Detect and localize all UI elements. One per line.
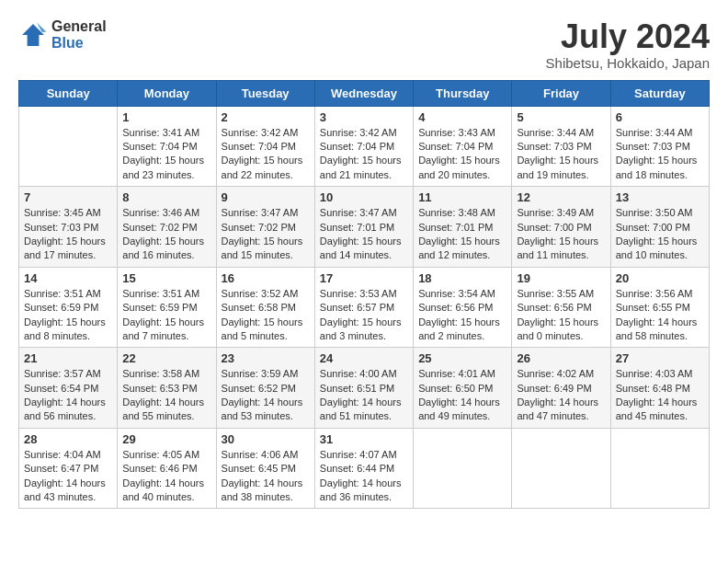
sunset-text: Sunset: 6:45 PM — [222, 462, 310, 476]
cell-content: Sunrise: 3:44 AM Sunset: 7:03 PM Dayligh… — [616, 126, 704, 183]
sunrise-text: Sunrise: 3:47 AM — [320, 206, 408, 220]
daylight-text: Daylight: 14 hours and 36 minutes. — [320, 477, 408, 505]
cell-content: Sunrise: 3:54 AM Sunset: 6:56 PM Dayligh… — [418, 287, 506, 344]
daylight-text: Daylight: 15 hours and 8 minutes. — [24, 316, 112, 344]
cell-content: Sunrise: 3:48 AM Sunset: 7:01 PM Dayligh… — [418, 206, 506, 263]
day-number: 25 — [418, 351, 506, 365]
calendar-cell: 8 Sunrise: 3:46 AM Sunset: 7:02 PM Dayli… — [118, 187, 216, 268]
daylight-text: Daylight: 15 hours and 22 minutes. — [222, 154, 310, 182]
daylight-text: Daylight: 15 hours and 15 minutes. — [222, 235, 310, 263]
cell-content: Sunrise: 3:46 AM Sunset: 7:02 PM Dayligh… — [122, 206, 210, 263]
sunset-text: Sunset: 6:46 PM — [122, 462, 210, 476]
daylight-text: Daylight: 15 hours and 10 minutes. — [616, 235, 704, 263]
sunrise-text: Sunrise: 3:55 AM — [517, 287, 605, 301]
day-number: 13 — [616, 190, 704, 204]
cell-content: Sunrise: 3:53 AM Sunset: 6:57 PM Dayligh… — [320, 287, 408, 344]
calendar-cell — [414, 428, 512, 509]
day-number: 31 — [320, 432, 408, 446]
calendar-cell: 9 Sunrise: 3:47 AM Sunset: 7:02 PM Dayli… — [216, 187, 314, 268]
calendar-cell: 17 Sunrise: 3:53 AM Sunset: 6:57 PM Dayl… — [314, 267, 413, 348]
sunset-text: Sunset: 7:02 PM — [222, 221, 310, 235]
daylight-text: Daylight: 15 hours and 12 minutes. — [418, 235, 506, 263]
daylight-text: Daylight: 15 hours and 5 minutes. — [222, 316, 310, 344]
calendar-cell: 19 Sunrise: 3:55 AM Sunset: 6:56 PM Dayl… — [512, 267, 610, 348]
calendar-cell — [19, 106, 118, 187]
cell-content: Sunrise: 4:00 AM Sunset: 6:51 PM Dayligh… — [320, 367, 408, 424]
day-number: 24 — [320, 351, 408, 365]
day-number: 12 — [517, 190, 605, 204]
day-number: 28 — [24, 432, 112, 446]
daylight-text: Daylight: 15 hours and 3 minutes. — [320, 316, 408, 344]
sunset-text: Sunset: 6:56 PM — [418, 301, 506, 315]
cell-content: Sunrise: 3:42 AM Sunset: 7:04 PM Dayligh… — [222, 126, 310, 183]
calendar-cell: 10 Sunrise: 3:47 AM Sunset: 7:01 PM Dayl… — [314, 187, 413, 268]
day-number: 16 — [222, 271, 310, 285]
sunset-text: Sunset: 7:04 PM — [222, 140, 310, 154]
cell-content: Sunrise: 3:55 AM Sunset: 6:56 PM Dayligh… — [517, 287, 605, 344]
day-number: 9 — [222, 190, 310, 204]
day-number: 23 — [222, 351, 310, 365]
sunrise-text: Sunrise: 3:56 AM — [616, 287, 704, 301]
daylight-text: Daylight: 14 hours and 45 minutes. — [616, 396, 704, 424]
cell-content: Sunrise: 4:06 AM Sunset: 6:45 PM Dayligh… — [222, 448, 310, 505]
day-number: 26 — [517, 351, 605, 365]
sunrise-text: Sunrise: 4:04 AM — [24, 448, 112, 462]
month-year: July 2024 — [546, 18, 710, 55]
sunrise-text: Sunrise: 3:42 AM — [320, 126, 408, 140]
sunrise-text: Sunrise: 3:53 AM — [320, 287, 408, 301]
sunset-text: Sunset: 6:55 PM — [616, 301, 704, 315]
title-block: July 2024 Shibetsu, Hokkaido, Japan — [546, 18, 710, 71]
sunset-text: Sunset: 7:03 PM — [616, 140, 704, 154]
day-number: 18 — [418, 271, 506, 285]
cell-content: Sunrise: 3:41 AM Sunset: 7:04 PM Dayligh… — [122, 126, 210, 183]
cell-content: Sunrise: 3:50 AM Sunset: 7:00 PM Dayligh… — [616, 206, 704, 263]
calendar-cell: 24 Sunrise: 4:00 AM Sunset: 6:51 PM Dayl… — [314, 348, 413, 429]
calendar-week-2: 7 Sunrise: 3:45 AM Sunset: 7:03 PM Dayli… — [19, 187, 710, 268]
logo-icon — [18, 20, 48, 50]
daylight-text: Daylight: 15 hours and 14 minutes. — [320, 235, 408, 263]
sunset-text: Sunset: 6:49 PM — [517, 382, 605, 396]
sunrise-text: Sunrise: 3:52 AM — [222, 287, 310, 301]
weekday-header-saturday: Saturday — [610, 80, 709, 106]
calendar-table: SundayMondayTuesdayWednesdayThursdayFrid… — [18, 80, 710, 510]
day-number: 1 — [122, 110, 210, 124]
cell-content: Sunrise: 3:59 AM Sunset: 6:52 PM Dayligh… — [222, 367, 310, 424]
sunset-text: Sunset: 7:03 PM — [24, 221, 112, 235]
cell-content: Sunrise: 3:42 AM Sunset: 7:04 PM Dayligh… — [320, 126, 408, 183]
cell-content: Sunrise: 3:43 AM Sunset: 7:04 PM Dayligh… — [418, 126, 506, 183]
calendar-cell: 16 Sunrise: 3:52 AM Sunset: 6:58 PM Dayl… — [216, 267, 314, 348]
sunrise-text: Sunrise: 4:00 AM — [320, 367, 408, 381]
sunset-text: Sunset: 6:53 PM — [122, 382, 210, 396]
sunrise-text: Sunrise: 4:05 AM — [122, 448, 210, 462]
calendar-cell: 14 Sunrise: 3:51 AM Sunset: 6:59 PM Dayl… — [19, 267, 118, 348]
calendar-cell: 3 Sunrise: 3:42 AM Sunset: 7:04 PM Dayli… — [314, 106, 413, 187]
calendar-cell: 29 Sunrise: 4:05 AM Sunset: 6:46 PM Dayl… — [118, 428, 216, 509]
day-number: 29 — [122, 432, 210, 446]
calendar-cell: 23 Sunrise: 3:59 AM Sunset: 6:52 PM Dayl… — [216, 348, 314, 429]
daylight-text: Daylight: 15 hours and 11 minutes. — [517, 235, 605, 263]
day-number: 15 — [122, 271, 210, 285]
calendar-cell: 13 Sunrise: 3:50 AM Sunset: 7:00 PM Dayl… — [610, 187, 709, 268]
day-number: 6 — [616, 110, 704, 124]
day-number: 10 — [320, 190, 408, 204]
sunrise-text: Sunrise: 3:49 AM — [517, 206, 605, 220]
daylight-text: Daylight: 15 hours and 16 minutes. — [122, 235, 210, 263]
sunset-text: Sunset: 6:57 PM — [320, 301, 408, 315]
calendar-cell: 27 Sunrise: 4:03 AM Sunset: 6:48 PM Dayl… — [610, 348, 709, 429]
day-number: 17 — [320, 271, 408, 285]
day-number: 3 — [320, 110, 408, 124]
day-number: 19 — [517, 271, 605, 285]
day-number: 22 — [122, 351, 210, 365]
sunrise-text: Sunrise: 3:46 AM — [122, 206, 210, 220]
day-number: 7 — [24, 190, 112, 204]
daylight-text: Daylight: 14 hours and 49 minutes. — [418, 396, 506, 424]
sunset-text: Sunset: 6:50 PM — [418, 382, 506, 396]
daylight-text: Daylight: 14 hours and 56 minutes. — [24, 396, 112, 424]
daylight-text: Daylight: 14 hours and 55 minutes. — [122, 396, 210, 424]
calendar-week-4: 21 Sunrise: 3:57 AM Sunset: 6:54 PM Dayl… — [19, 348, 710, 429]
weekday-header-monday: Monday — [118, 80, 216, 106]
daylight-text: Daylight: 14 hours and 53 minutes. — [222, 396, 310, 424]
weekday-header-row: SundayMondayTuesdayWednesdayThursdayFrid… — [19, 80, 710, 106]
sunset-text: Sunset: 6:54 PM — [24, 382, 112, 396]
calendar-cell: 15 Sunrise: 3:51 AM Sunset: 6:59 PM Dayl… — [118, 267, 216, 348]
